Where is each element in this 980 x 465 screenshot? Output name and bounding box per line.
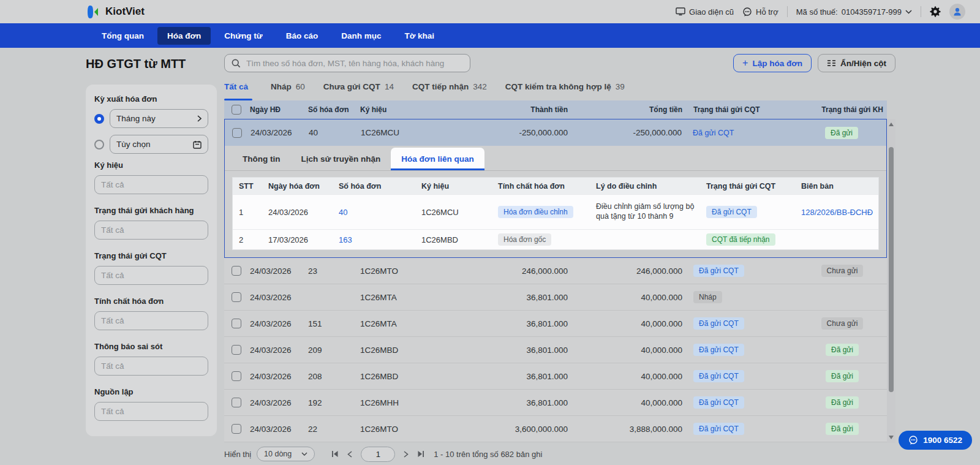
detail-tab-lich-su[interactable]: Lịch sử truyền nhận (290, 148, 391, 170)
period-radio-this-month[interactable] (94, 114, 104, 124)
page-size-select[interactable]: 10 dòng (257, 447, 315, 461)
nav-hoa-don[interactable]: Hóa đơn (157, 27, 211, 45)
cell-total: 40,000.000 (576, 346, 691, 355)
filter-input-ky-hieu[interactable] (94, 175, 208, 194)
old-ui-button[interactable]: Giao diện cũ (676, 7, 734, 17)
toggle-columns-button[interactable]: Ẩn/Hiện cột (818, 54, 895, 72)
invoice-number-link[interactable]: 40 (339, 208, 347, 217)
table-row[interactable]: 24/03/2026 192 1C26MHH 36,801.000 40,000… (224, 390, 887, 416)
tax-code-value: 0104359717-999 (842, 7, 902, 17)
page-number-input[interactable] (361, 447, 395, 462)
invoice-detail-panel: Thông tin Lịch sử truyền nhận Hóa đơn li… (225, 146, 886, 250)
tab-nhap[interactable]: Nháp60 (271, 82, 305, 100)
table-row[interactable]: 24/03/2026 208 1C26MBD 36,801.000 40,000… (224, 363, 887, 390)
cell-number: 22 (306, 425, 358, 434)
related-row[interactable]: 1 24/03/2026 40 1C26MCU Hóa đơn điều chỉ… (233, 194, 878, 229)
tab-cqt-tiep-nhan[interactable]: CQT tiếp nhận342 (412, 82, 487, 100)
col-ngay-hoa-don: Ngày hóa đơn (262, 182, 333, 191)
first-page-button[interactable] (331, 451, 339, 457)
row-checkbox[interactable] (232, 371, 241, 381)
cell-amount: 246,000.000 (462, 267, 576, 276)
page-title: HĐ GTGT từ MTT (86, 57, 217, 71)
cell-date: 24/03/2026 (247, 293, 306, 302)
row-checkbox[interactable] (232, 128, 242, 138)
detail-tab-thong-tin[interactable]: Thông tin (232, 148, 290, 170)
user-avatar[interactable] (949, 4, 965, 20)
period-radio-custom[interactable] (94, 140, 104, 149)
tax-code-dropdown[interactable]: Mã số thuế: 0104359717-999 (796, 7, 912, 17)
status-badge-cqt: Đã gửi CQT (693, 370, 744, 382)
col-tinh-chat: Tính chất hóa đơn (492, 182, 590, 191)
support-button[interactable]: Hỗ trợ (742, 7, 778, 17)
cell-date: 24/03/2026 (247, 398, 306, 407)
table-row[interactable]: 24/03/2026 151 1C26MTA 36,801.000 40,000… (224, 311, 887, 337)
col-stt: STT (233, 182, 262, 191)
brand-name: KiotViet (105, 6, 145, 18)
tab-chua-gui-cqt[interactable]: Chưa gửi CQT14 (323, 82, 394, 100)
nav-chung-tu[interactable]: Chứng từ (214, 27, 272, 45)
create-invoice-label: Lập hóa đơn (752, 59, 802, 68)
nav-danh-muc[interactable]: Danh mục (331, 27, 391, 45)
cell-symbol: 1C26MTO (358, 267, 462, 276)
cell-total: 40,000.000 (576, 319, 691, 328)
filter-input-nguon-lap[interactable] (94, 402, 208, 421)
status-badge-kh: Đã gửi (826, 344, 859, 356)
row-checkbox[interactable] (232, 292, 241, 302)
nav-tong-quan[interactable]: Tổng quan (92, 27, 154, 45)
record-link[interactable]: 128/2026/BB-ĐCHĐ (801, 208, 873, 217)
tab-label: CQT tiếp nhận (412, 82, 469, 95)
period-custom-field[interactable]: Tùy chọn (110, 135, 208, 154)
nav-bao-cao[interactable]: Báo cáo (276, 27, 328, 45)
vertical-scrollbar[interactable] (887, 119, 895, 443)
last-page-button[interactable] (417, 451, 424, 457)
filter-input-thong-bao[interactable] (94, 357, 208, 376)
cell-amount: 36,801.000 (462, 372, 576, 381)
invoice-table: Ngày HĐ Số hóa đơn Ký hiệu Thành tiền Tổ… (224, 100, 895, 443)
support-label: Hỗ trợ (756, 7, 778, 17)
table-row[interactable]: 24/03/2026 209 1C26MBD 36,801.000 40,000… (224, 337, 887, 363)
status-badge-cqt: CQT đã tiếp nhận (706, 233, 775, 246)
row-checkbox[interactable] (232, 398, 241, 407)
scrollbar-thumb[interactable] (889, 147, 894, 392)
table-row[interactable]: 24/03/2026 23 1C26MTO 246,000.000 246,00… (224, 258, 887, 284)
filter-input-tinh-chat[interactable] (94, 311, 208, 330)
create-invoice-button[interactable]: + Lập hóa đơn (733, 54, 812, 72)
next-page-button[interactable] (404, 451, 409, 458)
col-tong-tien: Tổng tiền (576, 105, 691, 114)
scroll-down-arrow[interactable] (887, 433, 895, 442)
period-this-month-field[interactable]: Tháng này (110, 109, 208, 128)
filter-input-trang-thai-kh[interactable] (94, 221, 208, 240)
detail-tab-lien-quan[interactable]: Hóa đơn liên quan (391, 148, 484, 170)
tab-cqt-khong-hop-le[interactable]: CQT kiểm tra không hợp lệ39 (505, 82, 625, 100)
table-row[interactable]: 24/03/2026 40 1C26MCU -250,000.000 -250,… (225, 119, 886, 146)
filter-panel: Kỳ xuất hóa đơn Tháng này Tùy chọn Ký hi… (86, 85, 217, 436)
cell-symbol: 1C26MCU (415, 208, 492, 217)
gear-icon[interactable] (930, 6, 941, 17)
nav-to-khai[interactable]: Tờ khai (394, 27, 444, 45)
support-hotline-button[interactable]: 1900 6522 (899, 431, 972, 450)
row-checkbox[interactable] (232, 266, 241, 276)
prev-page-button[interactable] (347, 451, 352, 458)
row-checkbox[interactable] (232, 424, 241, 434)
row-checkbox[interactable] (232, 345, 241, 355)
col-trang-thai-kh: Trạng thái gửi KH (795, 105, 887, 114)
table-row[interactable]: 24/03/2026 1C26MTA 36,801.000 40,000.000… (224, 284, 887, 311)
chat-bubble-icon (908, 436, 918, 445)
tab-count: 14 (385, 82, 394, 95)
table-row[interactable]: 24/03/2026 22 1C26MTO 3,600,000.000 3,88… (224, 416, 887, 442)
row-checkbox[interactable] (232, 319, 241, 328)
related-row[interactable]: 2 17/03/2026 163 1C26MBD Hóa đơn gốc CQT… (233, 229, 878, 249)
status-badge-cqt: Đã gửi CQT (693, 317, 744, 330)
cell-date: 24/03/2026 (248, 128, 306, 137)
kiotviet-logo-icon (86, 4, 101, 20)
tab-tat-ca[interactable]: Tất cả (224, 82, 252, 100)
tax-code-label: Mã số thuế: (796, 7, 838, 17)
invoice-number-link[interactable]: 163 (339, 235, 352, 244)
filter-input-trang-thai-cqt[interactable] (94, 266, 208, 285)
chevron-down-icon (905, 10, 912, 14)
scroll-up-arrow[interactable] (887, 120, 895, 129)
search-input[interactable] (246, 59, 463, 68)
select-all-checkbox[interactable] (232, 105, 241, 115)
search-box[interactable] (224, 54, 470, 72)
col-ly-do: Lý do điều chỉnh (590, 182, 700, 191)
